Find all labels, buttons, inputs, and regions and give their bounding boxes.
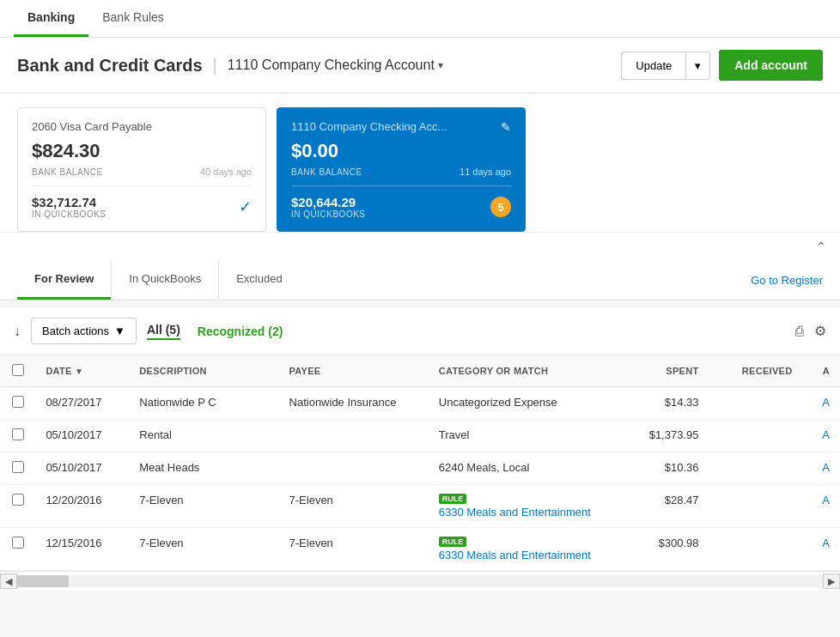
- date-sort-icon: ▼: [75, 367, 83, 376]
- account-selector[interactable]: 1110 Company Checking Account ▾: [228, 58, 443, 73]
- row-category: Travel: [429, 420, 616, 452]
- account-caret-icon: ▾: [438, 59, 443, 71]
- row-date: 08/27/2017: [35, 387, 129, 420]
- row-date: 12/15/2016: [35, 528, 129, 571]
- row-spent: $1,373.95: [616, 420, 709, 452]
- page-title: Bank and Credit Cards: [17, 56, 203, 76]
- edit-account-icon[interactable]: ✎: [501, 120, 511, 134]
- batch-caret-icon: ▼: [114, 325, 125, 337]
- update-dropdown-button[interactable]: ▾: [685, 52, 710, 80]
- row-action: A: [802, 420, 840, 452]
- action-link[interactable]: A: [822, 494, 830, 507]
- scroll-thumb[interactable]: [17, 575, 69, 587]
- row-category: RULE6330 Meals and Entertainment: [429, 485, 616, 528]
- row-payee[interactable]: Nationwide Insurance: [279, 387, 429, 420]
- action-link[interactable]: A: [822, 537, 830, 549]
- checking-days-ago: 11 days ago: [460, 167, 511, 177]
- row-spent: $28.47: [616, 485, 709, 528]
- review-count-badge: 5: [490, 197, 511, 217]
- row-action: A: [802, 452, 840, 485]
- sort-down-icon[interactable]: ↓: [14, 324, 21, 339]
- update-button[interactable]: Update: [621, 52, 685, 80]
- tab-bank-rules[interactable]: Bank Rules: [88, 0, 178, 37]
- action-link[interactable]: A: [822, 461, 830, 474]
- visa-qb-balance: $32,712.74: [32, 195, 107, 209]
- add-account-button[interactable]: Add account: [719, 50, 823, 81]
- checking-card-title: 1110 Company Checking Acc...: [291, 120, 447, 133]
- row-received: [709, 420, 803, 452]
- row-category: RULE6330 Meals and Entertainment: [429, 528, 616, 571]
- category-value[interactable]: 6330 Meals and Entertainment: [439, 506, 591, 519]
- row-category: 6240 Meals, Local: [429, 452, 616, 485]
- scroll-left-arrow[interactable]: ◀: [0, 573, 17, 589]
- collapse-button[interactable]: ⌃: [809, 236, 833, 257]
- tab-banking[interactable]: Banking: [14, 0, 88, 37]
- row-description[interactable]: Meat Heads: [129, 452, 278, 485]
- action-link[interactable]: A: [822, 428, 830, 441]
- row-description[interactable]: Rental: [129, 420, 278, 452]
- row-description[interactable]: 7-Eleven: [129, 528, 278, 571]
- visa-bank-balance: $824.30: [32, 140, 252, 162]
- row-spent: $300.98: [616, 528, 709, 571]
- visa-qb-label: IN QUICKBOOKS: [32, 209, 107, 219]
- tab-for-review[interactable]: For Review: [17, 260, 111, 300]
- settings-button[interactable]: ⚙: [814, 323, 826, 339]
- row-payee[interactable]: 7-Eleven: [279, 528, 429, 571]
- header-received: RECEIVED: [709, 355, 803, 387]
- table-header-row: DATE ▼ DESCRIPTION PAYEE CATEGORY OR MAT…: [0, 355, 840, 387]
- row-checkbox[interactable]: [12, 396, 24, 408]
- header-checkbox-cell: [0, 355, 35, 387]
- header-payee: PAYEE: [279, 355, 429, 387]
- category-value[interactable]: Travel: [439, 428, 470, 441]
- row-payee[interactable]: 7-Eleven: [279, 485, 429, 528]
- row-payee[interactable]: [279, 452, 429, 485]
- row-received: [709, 528, 803, 571]
- rule-badge: RULE: [439, 494, 467, 504]
- select-all-checkbox[interactable]: [12, 364, 24, 376]
- row-payee[interactable]: [279, 420, 429, 452]
- account-cards: 2060 Visa Card Payable $824.30 BANK BALA…: [0, 94, 840, 232]
- row-description[interactable]: 7-Eleven: [129, 485, 278, 528]
- row-checkbox-cell: [0, 528, 35, 571]
- row-date: 05/10/2017: [35, 420, 129, 452]
- print-button[interactable]: ⎙: [795, 324, 804, 339]
- row-checkbox[interactable]: [12, 428, 24, 440]
- category-value[interactable]: 6240 Meals, Local: [439, 461, 530, 474]
- header-date[interactable]: DATE ▼: [35, 355, 129, 387]
- table-row: 12/20/2016 7-Eleven 7-Eleven RULE6330 Me…: [0, 485, 840, 528]
- page-header: Bank and Credit Cards | 1110 Company Che…: [0, 38, 840, 94]
- row-checkbox[interactable]: [12, 461, 24, 473]
- account-card-checking[interactable]: 1110 Company Checking Acc... ✎ $0.00 BAN…: [277, 107, 526, 232]
- row-checkbox-cell: [0, 387, 35, 420]
- filter-recognized-button[interactable]: Recognized (2): [198, 325, 283, 338]
- tab-in-quickbooks[interactable]: In QuickBooks: [111, 260, 218, 300]
- row-received: [709, 485, 803, 528]
- scroll-track[interactable]: [17, 575, 823, 587]
- header-category: CATEGORY OR MATCH: [429, 355, 616, 387]
- row-checkbox-cell: [0, 485, 35, 528]
- table-icons: ⎙ ⚙: [795, 323, 826, 339]
- go-to-register-link[interactable]: Go to Register: [751, 274, 823, 287]
- filter-all-button[interactable]: All (5): [147, 323, 180, 340]
- batch-actions-button[interactable]: Batch actions ▼: [31, 318, 137, 344]
- row-received: [709, 387, 803, 420]
- row-action: A: [802, 387, 840, 420]
- table-row: 12/15/2016 7-Eleven 7-Eleven RULE6330 Me…: [0, 528, 840, 571]
- account-card-visa[interactable]: 2060 Visa Card Payable $824.30 BANK BALA…: [17, 107, 266, 232]
- action-link[interactable]: A: [822, 396, 830, 409]
- checking-bank-balance: $0.00: [291, 140, 511, 162]
- row-checkbox-cell: [0, 420, 35, 452]
- tabs-left: For Review In QuickBooks Excluded: [17, 260, 300, 300]
- scroll-right-arrow[interactable]: ▶: [823, 573, 840, 589]
- row-description[interactable]: Nationwide P C: [129, 387, 278, 420]
- row-checkbox[interactable]: [12, 494, 24, 506]
- top-nav: Banking Bank Rules: [0, 0, 840, 38]
- category-value[interactable]: Uncategorized Expense: [439, 396, 557, 409]
- row-received: [709, 452, 803, 485]
- row-date: 05/10/2017: [35, 452, 129, 485]
- checking-qb-balance: $20,644.29: [291, 195, 366, 209]
- row-checkbox[interactable]: [12, 537, 24, 549]
- category-value[interactable]: 6330 Meals and Entertainment: [439, 549, 591, 561]
- tab-excluded[interactable]: Excluded: [218, 260, 299, 300]
- row-checkbox-cell: [0, 452, 35, 485]
